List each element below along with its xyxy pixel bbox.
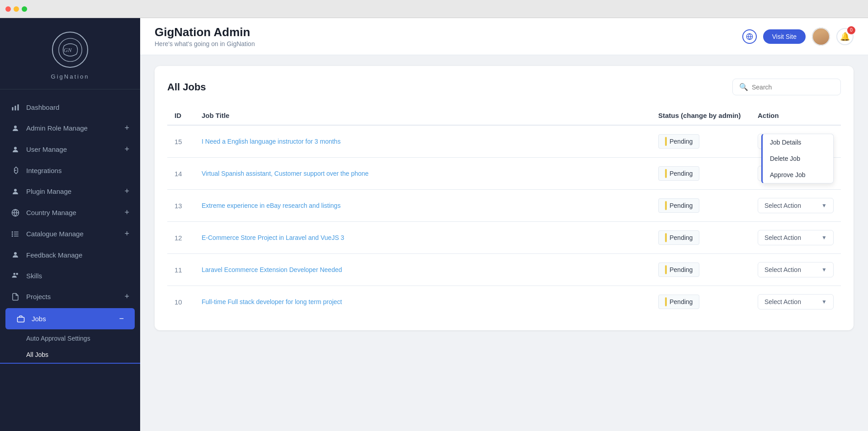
status-indicator-14 [665,169,667,178]
row-action-15: Select Action ▼ Job Details Delete Job A… [750,125,841,158]
job-title-link-12[interactable]: E-Commerce Store Project in Laravel and … [202,234,344,241]
row-id-14: 14 [167,158,194,190]
sidebar-item-plugin-manage[interactable]: Plugin Manage + [0,181,140,202]
sidebar-item-label-projects: Projects [26,293,51,300]
table-row: 14 Virtual Spanish assistant, Customer s… [167,158,841,190]
topbar-actions: Visit Site 🔔 0 [742,28,854,46]
job-title-link-14[interactable]: Virtual Spanish assistant, Customer supp… [202,170,368,177]
expand-icon-plugin[interactable]: + [124,187,129,196]
file-icon [11,292,20,301]
sidebar-item-label-admin: Admin Role Manage [26,124,88,132]
status-badge-13: Pending [658,198,699,213]
users-icon [11,271,20,280]
action-select-11[interactable]: Select Action ▼ [758,262,834,277]
status-badge-14: Pending [658,166,699,181]
row-title-13: Extreme experience in eBay research and … [194,190,651,222]
sidebar-item-label-skills: Skills [26,272,42,280]
nav-list: Dashboard Admin Role Manage + User Manag… [0,89,140,431]
expand-icon-projects[interactable]: + [124,292,129,301]
sidebar-item-country-manage[interactable]: Country Manage + [0,202,140,223]
chevron-down-icon-10: ▼ [821,299,827,305]
sidebar-item-dashboard[interactable]: Dashboard [0,97,140,117]
sidebar-item-feedback-manage[interactable]: Feedback Manage [0,244,140,265]
sidebar-item-label-integrations: Integrations [26,167,61,174]
svg-point-15 [12,234,13,234]
status-label-15: Pending [670,138,693,145]
table-header-row: ID Job Title Status (change by admin) Ac… [167,106,841,125]
dropdown-item-approve-job[interactable]: Approve Job [763,167,833,183]
row-status-12: Pending [651,222,750,254]
svg-point-18 [14,273,16,275]
chevron-down-icon-11: ▼ [821,267,827,273]
action-select-label-12: Select Action [764,234,801,241]
svg-rect-2 [12,107,14,111]
notification-wrapper[interactable]: 🔔 0 [836,28,854,45]
logo-svg: GN [58,37,83,62]
sidebar-item-user-manage[interactable]: User Manage + [0,139,140,160]
logo-text: GigNation [51,73,90,80]
action-dropdown-15: Select Action ▼ Job Details Delete Job A… [758,134,834,149]
sidebar-item-jobs[interactable]: Jobs − [5,308,135,329]
table-row: 15 I Need a English language instructor … [167,125,841,158]
status-badge-11: Pending [658,262,699,277]
sidebar-item-projects[interactable]: Projects + [0,286,140,307]
action-select-13[interactable]: Select Action ▼ [758,198,834,213]
topbar: GigNation Admin Here's what's going on i… [140,18,868,55]
row-status-15: Pending [651,125,750,158]
sidebar-item-integrations[interactable]: Integrations [0,160,140,181]
search-input[interactable] [752,84,834,91]
svg-point-14 [12,231,13,232]
chevron-down-icon-12: ▼ [821,234,827,241]
sidebar-item-label-country: Country Manage [26,209,76,216]
job-title-link-15[interactable]: I Need a English language instructor for… [202,138,340,145]
collapse-icon-jobs[interactable]: − [119,314,124,323]
sidebar-item-label-user: User Manage [26,145,67,153]
row-status-10: Pending [651,286,750,318]
sidebar-item-catalogue-manage[interactable]: Catalogue Manage + [0,223,140,244]
sidebar-item-skills[interactable]: Skills [0,265,140,286]
page-heading: GigNation Admin [155,25,255,39]
jobs-submenu: Auto Approval Settings All Jobs [0,330,140,364]
action-select-10[interactable]: Select Action ▼ [758,294,834,309]
table-header: ID Job Title Status (change by admin) Ac… [167,106,841,125]
sidebar-item-label-feedback: Feedback Manage [26,251,82,259]
logo-circle: GN [52,32,88,68]
user-icon-plugin [11,187,20,196]
table-body: 15 I Need a English language instructor … [167,125,841,318]
status-label-13: Pending [670,202,693,209]
action-select-12[interactable]: Select Action ▼ [758,230,834,245]
status-label-10: Pending [670,298,693,305]
dropdown-item-delete-job[interactable]: Delete Job [763,150,833,167]
expand-icon-country[interactable]: + [124,208,129,217]
sidebar-sub-item-all-jobs[interactable]: All Jobs [0,347,140,364]
jobs-table: ID Job Title Status (change by admin) Ac… [167,106,841,318]
row-title-14: Virtual Spanish assistant, Customer supp… [194,158,651,190]
row-action-13: Select Action ▼ [750,190,841,222]
visit-site-button[interactable]: Visit Site [763,29,806,44]
job-title-link-10[interactable]: Full-time Full stack developer for long … [202,298,342,305]
sidebar-sub-item-auto-approval[interactable]: Auto Approval Settings [0,330,140,347]
status-badge-12: Pending [658,230,699,245]
status-indicator-15 [665,137,667,146]
notification-badge: 0 [847,26,855,34]
expand-icon-admin[interactable]: + [124,123,129,133]
col-header-id: ID [167,106,194,125]
status-badge-10: Pending [658,295,699,309]
briefcase-icon [16,314,25,323]
status-indicator-11 [665,265,667,274]
user-avatar[interactable] [812,28,830,46]
search-box[interactable]: 🔍 [732,79,841,95]
close-button[interactable] [5,6,11,12]
maximize-button[interactable] [22,6,27,12]
expand-icon-catalogue[interactable]: + [124,229,129,239]
sidebar-item-admin-role-manage[interactable]: Admin Role Manage + [0,117,140,139]
expand-icon-user[interactable]: + [124,145,129,154]
user-icon-admin [11,124,20,133]
dropdown-item-job-details[interactable]: Job Details [763,134,833,150]
user-icon-feedback [11,250,20,259]
job-title-link-13[interactable]: Extreme experience in eBay research and … [202,202,340,209]
minimize-button[interactable] [14,6,19,12]
table-row: 13 Extreme experience in eBay research a… [167,190,841,222]
status-label-12: Pending [670,234,693,241]
job-title-link-11[interactable]: Laravel Ecommerce Extension Developer Ne… [202,266,342,273]
